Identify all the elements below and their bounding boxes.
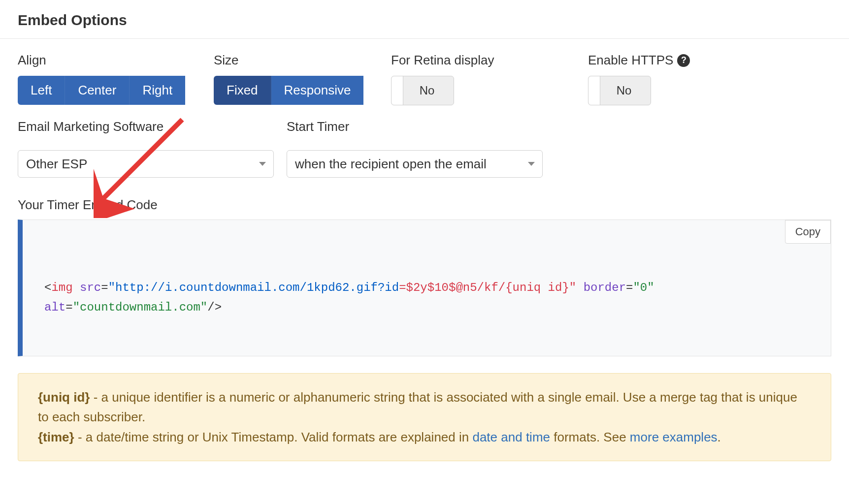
code-attr-border: border [584, 281, 626, 294]
code-tag: img [51, 281, 72, 294]
more-examples-link[interactable]: more examples [630, 430, 718, 444]
toggle-handle [392, 76, 403, 105]
copy-button[interactable]: Copy [785, 220, 831, 244]
help-icon[interactable]: ? [677, 54, 690, 67]
retina-label: For Retina display [391, 53, 568, 68]
code-close: /> [207, 301, 222, 314]
start-timer-select[interactable]: when the recipient open the email [287, 150, 543, 178]
align-center-button[interactable]: Center [65, 76, 130, 105]
time-desc-2: formats. See [550, 430, 630, 444]
embed-code-label: Your Timer Embed Code [18, 197, 831, 213]
align-right-button[interactable]: Right [130, 76, 185, 105]
info-callout: {uniq id} - a unique identifier is a num… [18, 373, 831, 461]
size-label: Size [214, 53, 371, 68]
code-url-var: =$2y$10$@n5/kf/{uniq id}" [399, 281, 576, 294]
https-label: Enable HTTPS [588, 53, 673, 68]
align-left-button[interactable]: Left [18, 76, 65, 105]
https-toggle[interactable]: No [588, 76, 651, 105]
uniq-id-token: {uniq id} [38, 390, 90, 405]
uniq-id-desc: - a unique identifier is a numeric or al… [38, 390, 797, 424]
embed-code-block: Copy <img src="http://i.countdownmail.co… [18, 220, 831, 356]
align-button-group: Left Center Right [18, 76, 194, 105]
time-desc-1: - a date/time string or Unix Timestamp. … [74, 430, 473, 444]
retina-toggle[interactable]: No [391, 76, 454, 105]
size-button-group: Fixed Responsive [214, 76, 371, 105]
toggle-handle [588, 76, 600, 105]
code-border-val: "0" [633, 281, 654, 294]
date-time-link[interactable]: date and time [472, 430, 550, 444]
code-attr-alt: alt [44, 301, 65, 314]
esp-label: Email Marketing Software [18, 119, 274, 134]
esp-select[interactable]: Other ESP [18, 150, 274, 178]
time-token: {time} [38, 430, 74, 444]
align-label: Align [18, 53, 194, 68]
code-alt-val: "countdownmail.com" [73, 301, 208, 314]
start-timer-label: Start Timer [287, 119, 543, 134]
time-desc-3: . [718, 430, 721, 444]
code-url: "http://i.countdownmail.com/1kpd62.gif?i… [108, 281, 399, 294]
page-title: Embed Options [18, 12, 831, 29]
size-responsive-button[interactable]: Responsive [271, 76, 364, 105]
size-fixed-button[interactable]: Fixed [214, 76, 271, 105]
code-attr-src: src [80, 281, 101, 294]
